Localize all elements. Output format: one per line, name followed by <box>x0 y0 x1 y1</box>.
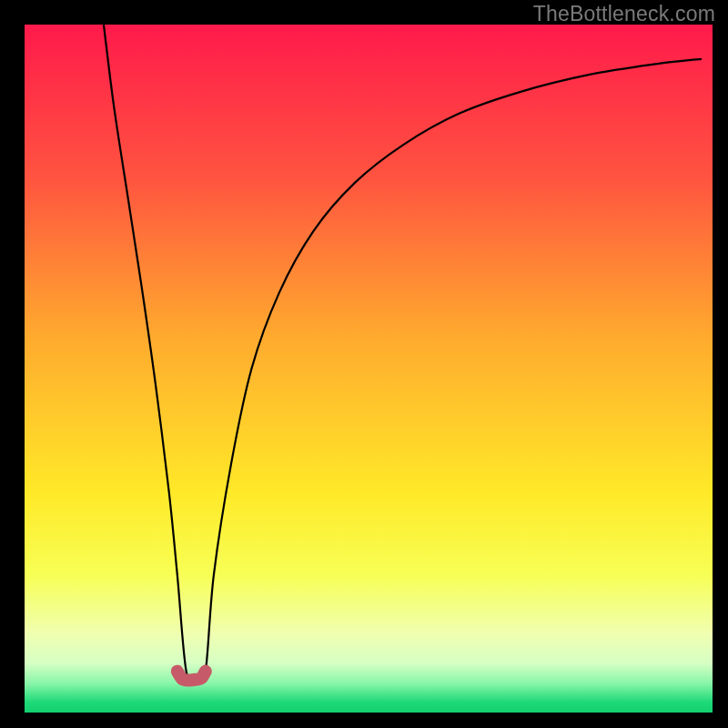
watermark-text: TheBottleneck.com <box>533 2 715 26</box>
bottleneck-chart <box>0 0 728 728</box>
chart-container: TheBottleneck.com <box>0 0 728 728</box>
plot-background <box>25 25 713 713</box>
